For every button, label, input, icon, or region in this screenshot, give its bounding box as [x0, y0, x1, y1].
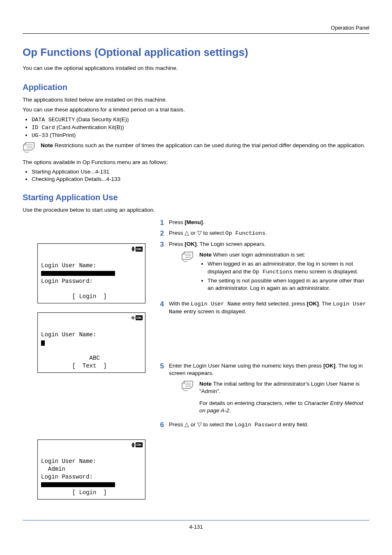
ok-updown-icon: OK [131, 442, 143, 448]
step-3: 3 Press [OK]. The Login screen appears. … [156, 240, 369, 298]
t: Press [169, 241, 184, 247]
note-icon [23, 142, 37, 155]
note-icon [181, 380, 195, 394]
application-heading: Application [23, 83, 369, 92]
step-number: 3 [156, 240, 164, 249]
options-list: Starting Application Use...4-131 Checkin… [23, 169, 369, 182]
lcd-column: OK Login User Name: Login Password: [ Lo… [23, 216, 146, 509]
lcd-entry-screen: ✥ OK Login User Name: ABC [ Text ] [37, 312, 145, 372]
lcd-line: Login Password: [41, 278, 93, 284]
bottom-rule [23, 520, 369, 520]
t: Press [169, 230, 184, 236]
t: For details on entering characters, refe… [199, 400, 304, 406]
running-head: Operation Panel [23, 25, 369, 31]
note-label: Note [41, 142, 53, 148]
t: . [265, 230, 267, 236]
note-icon [181, 251, 195, 265]
t: . [203, 219, 205, 225]
down-arrow-icon: ▽ [197, 422, 202, 428]
lcd-line: [ Login ] [41, 293, 107, 300]
code: Login Password [235, 422, 281, 428]
app-code: DATA SECURITY [32, 117, 75, 123]
step-body: Press △ or ▽ to select Op Functions. [169, 229, 369, 237]
note-body: Restrictions such as the number of times… [53, 142, 365, 148]
lcd-login-blank: OK Login User Name: Login Password: [ Lo… [37, 243, 145, 303]
up-arrow-icon: △ [184, 230, 189, 236]
note-text: Note The initial setting for the adminis… [199, 380, 369, 414]
app-code: ID Card [32, 125, 55, 131]
option-item: Starting Application Use...4-131 [32, 169, 369, 175]
step-6: 6 Press △ or ▽ to select the Login Passw… [156, 421, 369, 429]
note-sub-item: When logged in as an administrator, the … [208, 260, 369, 275]
app-desc: (Card Authentication Kit(B)) [55, 124, 124, 130]
ok-key: [OK] [184, 241, 196, 247]
top-rule [23, 33, 369, 34]
t: to select the [202, 421, 235, 428]
lcd-cursor [41, 340, 45, 346]
lcd-line: Login User Name: [41, 458, 96, 465]
note-label: Note [199, 252, 212, 258]
ok-key: [OK] [323, 363, 335, 369]
step-5: 5 Enter the Login User Name using the nu… [156, 362, 369, 419]
t: menu screen is displayed. [293, 268, 358, 275]
page-number: 4-131 [23, 524, 369, 530]
code: Login User Name [191, 301, 241, 307]
down-arrow-icon: ▽ [197, 230, 202, 236]
lcd-input-highlight [41, 482, 115, 487]
app-desc: (Data Security Kit(E)) [75, 116, 129, 123]
lcd-line: Login User Name: [41, 262, 96, 269]
main-heading: Op Functions (Optional application setti… [23, 46, 369, 59]
note-body: The initial setting for the administrato… [199, 381, 360, 394]
app-list: DATA SECURITY (Data Security Kit(E)) ID … [23, 116, 369, 139]
app-item: DATA SECURITY (Data Security Kit(E)) [32, 116, 369, 123]
lcd-blank [41, 286, 44, 292]
steps-column: 1 Press [Menu]. 2 Press △ or ▽ to select… [156, 216, 369, 432]
lcd-line: Admin [41, 466, 65, 472]
ok-updown-icon: OK [131, 246, 143, 252]
step-body: Press △ or ▽ to select the Login Passwor… [169, 421, 369, 429]
note-sub-list: When logged in as an administrator, the … [199, 260, 369, 292]
step-number: 6 [156, 421, 164, 429]
procedure-section: OK Login User Name: Login Password: [ Lo… [23, 216, 369, 509]
start-para: Use the procedure below to start using a… [23, 206, 369, 214]
ok-nav-icon: ✥ OK [131, 315, 143, 320]
t: or [189, 230, 197, 236]
options-para: The options available in Op Functions me… [23, 159, 369, 166]
step-number: 4 [156, 300, 164, 308]
note-text: Note When user login administration is s… [199, 251, 369, 294]
step-number: 5 [156, 362, 164, 370]
t: With the [169, 301, 191, 307]
lcd-line: [ Text ] [41, 363, 107, 369]
lcd-line: Login User Name: [41, 331, 96, 338]
t: or [189, 421, 197, 428]
note-sub-item: The setting is not possible when logged … [208, 277, 369, 292]
app-desc: (ThinPrint) [48, 132, 76, 138]
lcd-blank [41, 347, 44, 354]
step-4: 4 With the Login User Name entry field s… [156, 300, 369, 316]
lcd-line: Login Password: [41, 474, 93, 480]
t: entry field. [281, 421, 309, 428]
t: to select [202, 230, 226, 236]
step-number: 2 [156, 229, 164, 238]
ok-key: [OK] [307, 301, 318, 307]
lcd-input-highlight [41, 271, 115, 276]
step-body: With the Login User Name entry field sel… [169, 300, 369, 316]
lcd-line: ABC [41, 355, 100, 361]
t: entry field selected, press [241, 301, 307, 307]
t: . [229, 407, 231, 414]
app-para-2: You can use these applications for a lim… [23, 106, 369, 113]
option-item: Checking Application Details...4-133 [32, 176, 369, 182]
intro-para: You can use the optional applications in… [23, 65, 369, 72]
note-text: Note Restrictions such as the number of … [41, 142, 369, 149]
step-2: 2 Press △ or ▽ to select Op Functions. [156, 229, 369, 238]
step-body: Press [Menu]. [169, 219, 369, 226]
step-body: Enter the Login User Name using the nume… [169, 362, 369, 419]
app-item: UG-33 (ThinPrint) [32, 132, 369, 139]
note-admin-default: Note The initial setting for the adminis… [181, 380, 369, 414]
note-login-admin: Note When user login administration is s… [181, 251, 369, 294]
app-para-1: The applications listed below are instal… [23, 96, 369, 104]
t: . The [319, 301, 333, 307]
lcd-line: [ Login ] [41, 489, 107, 496]
t: entry screen is displayed. [182, 308, 246, 314]
note-lead: When user login administration is set: [212, 252, 305, 258]
